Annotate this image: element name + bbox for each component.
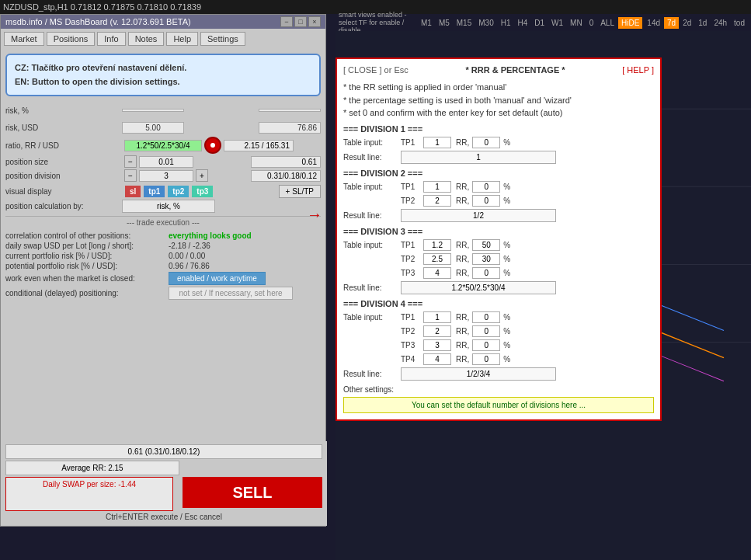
div1-tp1-rr-input[interactable]	[423, 137, 451, 148]
tf-7d-active[interactable]: 7d	[664, 17, 679, 29]
div4-tp4-rr-input[interactable]	[423, 353, 451, 365]
notes-btn[interactable]: Notes	[128, 32, 165, 46]
close-btn[interactable]: ×	[308, 16, 321, 27]
div2-tp2-pct-input[interactable]	[472, 195, 500, 207]
cond-input[interactable]: not set / If necessary, set here	[169, 287, 293, 300]
div4-tp3-pct-input[interactable]	[472, 339, 500, 351]
tf-m5[interactable]: M5	[436, 17, 453, 29]
div3-tp3-pct-input[interactable]	[472, 267, 500, 279]
tf-24h[interactable]: 24h	[711, 17, 730, 29]
tf-2d[interactable]: 2d	[680, 17, 694, 29]
pos-size-minus-btn[interactable]: −	[124, 155, 137, 168]
div4-tp1-rr-input[interactable]	[423, 311, 451, 323]
sell-button[interactable]: SELL	[183, 477, 322, 508]
tf-1d[interactable]: 1d	[695, 17, 710, 29]
risk-pct-label: risk, %	[5, 106, 122, 115]
div4-tp2-rr-input[interactable]	[423, 325, 451, 337]
corr-val: everything looks good	[169, 231, 252, 240]
risk-usd-row: risk, USD 5.00 76.86	[5, 120, 321, 135]
pos-div-input[interactable]: 3	[139, 170, 193, 182]
risk-pct-input[interactable]	[122, 109, 184, 112]
tf-d1[interactable]: D1	[531, 17, 548, 29]
div2-tp2-rr-input[interactable]	[423, 195, 451, 207]
tf-bar: smart views enabled - select TF for enab…	[336, 14, 751, 31]
pos-div-plus-btn[interactable]: +	[196, 169, 208, 182]
rrr-note1: * the RR setting is applied in order 'ma…	[343, 81, 654, 94]
pos-size-input[interactable]: 0.01	[139, 156, 193, 168]
cond-label: conditional (delayed) positioning:	[5, 289, 169, 297]
default-divisions-btn[interactable]: You can set the default number of divisi…	[343, 397, 654, 413]
tf-h1[interactable]: H1	[498, 17, 514, 29]
div4-tp1-row: Table input: TP1 RR, %	[343, 311, 654, 323]
sltp-btn[interactable]: + SL/TP	[279, 185, 321, 198]
div3-header: === DIVISION 3 ===	[343, 227, 654, 236]
risk-pct-result	[259, 109, 321, 112]
div1-result-value: 1	[401, 151, 556, 164]
chart-symbol-info: NZDUSD_stp,H1 0.71812 0.71875 0.71810 0.…	[3, 2, 201, 12]
div3-tp2-row: TP2 RR, %	[343, 253, 654, 265]
div1-pct-label: %	[503, 138, 510, 147]
div3-tp3-rr-input[interactable]	[423, 267, 451, 279]
rrr-help-btn[interactable]: [ HELP ]	[622, 65, 654, 75]
tf-m1[interactable]: M1	[418, 17, 435, 29]
tf-m15[interactable]: M15	[454, 17, 475, 29]
market-btn[interactable]: Market	[4, 32, 44, 46]
tf-0[interactable]: 0	[586, 17, 597, 29]
tf-all[interactable]: ALL	[597, 17, 617, 29]
div3-tp1-rr-input[interactable]	[423, 239, 451, 251]
div4-tp4-pct-input[interactable]	[472, 353, 500, 365]
risk-usd-label: risk, USD	[5, 123, 122, 132]
div3-tp1-pct-input[interactable]	[472, 239, 500, 251]
arrow-right-icon: →	[307, 206, 322, 224]
tp1-btn[interactable]: tp1	[144, 186, 165, 197]
div4-tp1-pct-input[interactable]	[472, 311, 500, 323]
pot-risk-row: potential portfolio risk [% / USD]: 0.96…	[1, 262, 325, 270]
div2-tp1-rr-input[interactable]	[423, 181, 451, 193]
pos-div-minus-btn[interactable]: −	[124, 169, 137, 182]
minimize-btn[interactable]: −	[280, 16, 293, 27]
div3-tp2-rr-input[interactable]	[423, 253, 451, 265]
en-text: EN: Button to open the division settings…	[15, 75, 311, 89]
div4-tp3-rr-input[interactable]	[423, 339, 451, 351]
tp2-btn[interactable]: tp2	[168, 186, 189, 197]
tf-h4[interactable]: H4	[514, 17, 530, 29]
settings-btn[interactable]: Settings	[200, 32, 245, 46]
summary-avg-rr: Average RR: 2.15	[5, 461, 179, 475]
help-btn[interactable]: Help	[166, 32, 198, 46]
swap-label: daily swap USD per Lot [long / short]:	[5, 242, 169, 250]
div1-tp1-pct-input[interactable]	[472, 137, 500, 148]
tf-mn[interactable]: MN	[567, 17, 586, 29]
div2-tp2-label: TP2	[401, 197, 420, 205]
div3-tp2-pct-input[interactable]	[472, 253, 500, 265]
maximize-btn[interactable]: □	[294, 16, 307, 27]
div1-rr-label: RR,	[456, 138, 469, 147]
ratio-settings-btn[interactable]	[204, 137, 221, 154]
ratio-input[interactable]: 1.2*50/2.5*30/4	[124, 140, 202, 151]
ratio-value: 2.15 / 165.31	[224, 140, 294, 151]
div4-tp2-pct-input[interactable]	[472, 325, 500, 337]
risk-usd-input[interactable]: 5.00	[122, 122, 184, 134]
sl-btn[interactable]: sl	[125, 186, 141, 197]
info-btn[interactable]: Info	[97, 32, 125, 46]
work-btn[interactable]: enabled / work anytime	[169, 272, 266, 285]
tf-m30[interactable]: M30	[475, 17, 496, 29]
tf-14d[interactable]: 14d	[644, 17, 663, 29]
pos-div-row: position division − 3 + 0.31/0.18/0.12	[5, 169, 321, 182]
div4-tp3-label: TP3	[401, 341, 420, 350]
pos-size-row: position size − 0.01 0.61	[5, 155, 321, 168]
tf-tod[interactable]: tod	[731, 17, 748, 29]
div1-result-label: Result line:	[343, 153, 398, 162]
div2-tp1-pct-input[interactable]	[472, 181, 500, 193]
nav-buttons-row: Market Positions Info Notes Help Setting…	[1, 29, 325, 49]
rrr-close-btn[interactable]: [ CLOSE ] or Esc	[343, 65, 409, 75]
tf-w1[interactable]: W1	[548, 17, 566, 29]
work-label: work even when the market is closed:	[5, 274, 169, 283]
div4-tp4-label: TP4	[401, 355, 420, 363]
div4-tp2-row: TP2 RR, %	[343, 325, 654, 337]
div4-tp3-row: TP3 RR, %	[343, 339, 654, 351]
risk-usd-result: 76.86	[259, 122, 321, 134]
positions-btn[interactable]: Positions	[47, 32, 96, 46]
tp3-btn[interactable]: tp3	[192, 186, 213, 197]
tf-hide-btn[interactable]: HiDE	[618, 17, 642, 29]
other-settings-label: Other settings:	[343, 385, 654, 394]
